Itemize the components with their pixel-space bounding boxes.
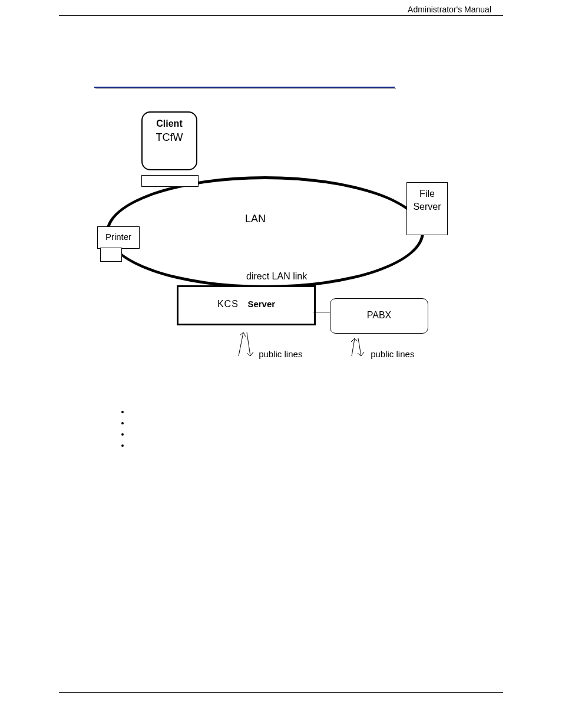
list-item — [130, 406, 503, 417]
section-divider — [94, 87, 395, 88]
file-server-node: File Server — [406, 182, 448, 235]
public-lines-right: public lines — [345, 335, 414, 359]
list-item — [130, 440, 503, 451]
printer-node: Printer — [97, 226, 140, 249]
lan-label: LAN — [245, 213, 266, 225]
file-server-label-1: File — [407, 187, 447, 200]
printer-tray-icon — [100, 248, 122, 262]
kcs-label: KCS — [217, 299, 239, 309]
svg-line-3 — [358, 338, 361, 356]
list-item — [130, 417, 503, 429]
client-keyboard-icon — [141, 175, 199, 187]
page-header: Administrator's Manual — [59, 5, 503, 16]
server-label: Server — [247, 299, 275, 309]
kcs-server-node: KCS Server — [177, 285, 316, 325]
svg-line-0 — [239, 332, 243, 356]
network-diagram: Client TCfW File Server Printer LAN dire… — [106, 111, 436, 394]
bidirectional-arrow-icon — [233, 330, 256, 359]
public-lines-label-2: public lines — [371, 349, 414, 359]
bullet-list — [130, 406, 503, 451]
pabx-node: PABX — [330, 298, 428, 334]
document-page: Administrator's Manual Client TCfW File … — [0, 0, 562, 728]
bidirectional-arrow-icon — [345, 335, 368, 359]
client-subtitle: TCfW — [143, 131, 196, 144]
kcs-pabx-connector — [313, 312, 330, 312]
public-lines-left: public lines — [233, 330, 302, 359]
page-footer-line — [59, 692, 503, 693]
client-node: Client TCfW — [141, 111, 197, 170]
direct-lan-label: direct LAN link — [246, 271, 307, 282]
file-server-label-2: Server — [407, 200, 447, 213]
public-lines-label-1: public lines — [259, 349, 302, 359]
client-title: Client — [143, 118, 196, 129]
list-item — [130, 429, 503, 440]
svg-line-1 — [247, 332, 250, 356]
